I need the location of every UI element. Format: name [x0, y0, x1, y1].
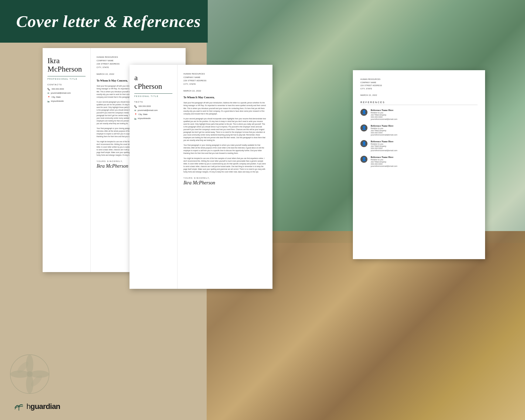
contact-phone: 333.333.3333 — [52, 88, 64, 90]
brand-logo: hguardian — [13, 401, 60, 412]
ref-email-1: yourreferenceemail@email.com — [371, 118, 478, 120]
doc2-contact-linkedin-item: in in/yourlinkedin — [134, 117, 172, 120]
ref-item-2: 👤 Reference Name Here Relation to you Jo… — [360, 124, 478, 136]
ref-details-3: Reference Name Here Relation to you Job … — [371, 140, 478, 151]
ref-details-4: Reference Name Here Relation to you Job … — [371, 156, 478, 167]
ref-item-1: 👤 Reference Name Here Relation to you Jo… — [360, 109, 478, 120]
doc2-contacts-label: TACTS — [134, 101, 172, 103]
doc2-phone-icon: 📞 — [134, 105, 137, 108]
ref-person-icon-3: 👤 — [362, 141, 366, 146]
doc-sidebar: Ikra McPherson PROFESSIONAL TITLE CONTAC… — [43, 48, 91, 272]
contact-email: youremail@email.com — [51, 92, 71, 94]
ref-item-4: 👤 Reference Name Here Relation to you Jo… — [360, 156, 478, 167]
doc2-linkedin-icon: in — [134, 117, 137, 120]
ref-avatar-4: 👤 — [360, 156, 367, 163]
ref-phone-2: 333-333-3333 — [371, 132, 478, 134]
ref-details-1: Reference Name Here Relation to you Job … — [371, 109, 478, 120]
ref-relation-1: Relation to you — [371, 112, 478, 114]
header-title: Cover letter & References — [16, 12, 201, 31]
doc-recipient-line2: COMPANY NAME — [97, 59, 180, 63]
doc2-contact-phone-item: 📞 333.333.3333 — [134, 105, 172, 108]
email-icon: ✉ — [47, 92, 49, 94]
doc2-email-icon: ✉ — [134, 109, 136, 112]
ref-email-2: yourreferenceemail@email.com — [371, 134, 478, 136]
phone-icon: 📞 — [47, 88, 50, 90]
doc2-contact-location-item: 📍 City, State — [134, 113, 172, 116]
ref-name-1: Reference Name Here — [371, 109, 478, 111]
ref-recipient-line2: COMPANY NAME — [360, 81, 478, 84]
doc2-salutation: To Whom It May Concern, — [183, 96, 267, 99]
ref-name-4: Reference Name Here — [371, 156, 478, 158]
doc2-paragraph2: In your second paragraph you should inco… — [183, 117, 267, 142]
doc2-recipient-line3: 228 STREET ADDRESS — [183, 79, 267, 83]
ref-relation-2: Relation to you — [371, 127, 478, 129]
brand-name-text: hguardian — [26, 402, 60, 411]
doc-name-first: Ikra — [47, 57, 86, 65]
ref-avatar-2: 👤 — [360, 124, 367, 131]
ref-jobtitle-3: Job Title|Company — [371, 145, 478, 147]
ref-date: MARCH 22, 2022 — [360, 94, 478, 96]
contact-phone-item: 📞 333.333.3333 — [47, 88, 86, 90]
ref-email-4: yourreferenceemail@email.com — [371, 165, 478, 167]
ref-person-icon-1: 👤 — [362, 110, 366, 114]
doc-contacts-label: CONTACTS — [47, 84, 86, 86]
brand-icon-svg — [13, 401, 24, 412]
ref-details-2: Reference Name Here Relation to you Job … — [371, 124, 478, 136]
doc-name-last: McPherson — [47, 65, 86, 73]
doc2-location-icon: 📍 — [134, 113, 137, 116]
ref-relation-4: Relation to you — [371, 159, 478, 161]
ref-item-3: 👤 Reference Name Here Relation to you Jo… — [360, 140, 478, 151]
ref-phone-4: 333-333-3333 — [371, 163, 478, 165]
ref-name-3: Reference Name Here — [371, 140, 478, 143]
cover-letter-document-2: a cPherson FESSIONAL TITLE TACTS 📞 333.3… — [129, 65, 272, 289]
brand-name-normal: h — [26, 402, 30, 411]
doc2-paragraph4: You might be tempted to use one of the f… — [183, 157, 267, 173]
ref-avatar-1: 👤 — [360, 109, 367, 116]
doc2-recipient-line2: COMPANY NAME — [183, 76, 267, 79]
doc2-professional-title: FESSIONAL TITLE — [134, 93, 172, 97]
ref-jobtitle-2: Job Title|Company — [371, 130, 478, 131]
ref-jobtitle-4: Job Title|Company — [371, 161, 478, 163]
doc2-date: MARCH 22, 2022 — [183, 90, 267, 92]
doc2-contact-email: youremail@email.com — [138, 109, 158, 112]
contact-email-item: ✉ youremail@email.com — [47, 92, 86, 94]
ref-jobtitle-1: Job Title|Company — [371, 114, 478, 116]
ref-phone-3: 333-333-3333 — [371, 147, 478, 149]
doc-recipient-line1: HUMAN RESOURCES — [97, 56, 180, 59]
doc2-main-content: HUMAN RESOURCES COMPANY NAME 228 STREET … — [178, 65, 272, 289]
contact-linkedin: in/yourlinkedin — [51, 100, 64, 103]
doc2-contact-location: City, State — [138, 113, 148, 116]
doc2-contact-email-item: ✉ youremail@email.com — [134, 109, 172, 112]
doc2-contact-linkedin: in/yourlinkedin — [138, 117, 151, 120]
ref-avatar-3: 👤 — [360, 140, 367, 147]
references-document: HUMAN RESOURCES COMPANY NAME 228 STREET … — [353, 70, 485, 259]
doc2-name-last: cPherson — [134, 82, 172, 91]
doc-professional-title: PROFESSIONAL TITLE — [47, 76, 86, 80]
contact-location-item: 📍 City, State — [47, 96, 86, 99]
doc2-recipient-block: HUMAN RESOURCES COMPANY NAME 228 STREET … — [183, 72, 267, 86]
ref-phone-1: 333-333-3333 — [371, 116, 478, 118]
doc2-paragraph3: Your final paragraph or your closing par… — [183, 144, 267, 155]
floral-decoration — [5, 350, 54, 398]
doc2-paragraph1: Start your first paragraph off with your… — [183, 101, 267, 115]
doc2-recipient-line1: HUMAN RESOURCES — [183, 72, 267, 76]
contact-linkedin-item: in in/yourlinkedin — [47, 100, 86, 103]
ref-recipient-block: HUMAN RESOURCES COMPANY NAME 228 STREET … — [360, 78, 478, 90]
ref-person-icon-2: 👤 — [362, 126, 366, 130]
ref-name-2: Reference Name Here — [371, 124, 478, 127]
doc2-contact-phone: 333.333.3333 — [138, 105, 151, 108]
location-icon: 📍 — [47, 96, 50, 99]
ref-email-3: yourreferenceemail@email.com — [371, 150, 478, 151]
doc2-recipient-line4: CITY, STATE — [183, 83, 267, 86]
ref-recipient-line3: 228 STREET ADDRESS — [360, 84, 478, 87]
contact-location: City, State — [52, 96, 61, 99]
svg-point-7 — [27, 371, 33, 377]
doc2-closing: YOURS SINCERELY, — [183, 177, 267, 179]
doc2-name-first: a — [134, 73, 172, 82]
doc2-sidebar: a cPherson FESSIONAL TITLE TACTS 📞 333.3… — [129, 65, 178, 289]
ref-recipient-line4: CITY, STATE — [360, 87, 478, 90]
header-banner: Cover letter & References — [0, 0, 208, 43]
ref-section-title: REFERENCES — [360, 101, 478, 105]
ref-recipient-line1: HUMAN RESOURCES — [360, 78, 478, 81]
brand-name-bold: guardian — [30, 402, 60, 411]
